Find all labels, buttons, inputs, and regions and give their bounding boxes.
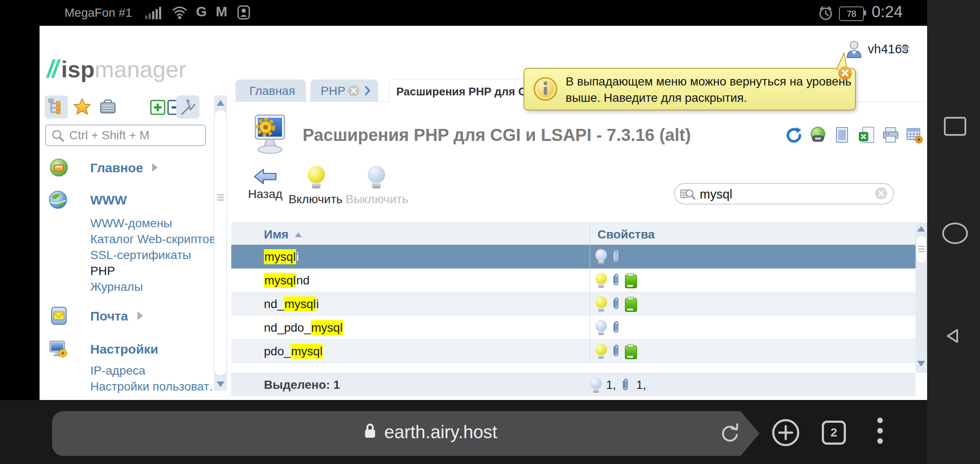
name-post: nd	[296, 274, 309, 287]
sidebar-search-input[interactable]	[68, 127, 199, 143]
sidebar-section-mail[interactable]: Почта	[90, 309, 128, 324]
sidebar-search	[45, 125, 206, 146]
name-match: mysql	[264, 249, 296, 264]
sidebar-item-logs[interactable]: Журналы	[90, 280, 143, 294]
filter-search	[674, 183, 894, 205]
enable-label: Включить	[288, 192, 343, 206]
scroll-up-icon[interactable]	[217, 100, 224, 106]
table-row-nd-pdo-mysql[interactable]: nd_pdo_mysql	[231, 316, 916, 339]
sidebar-section-www[interactable]: WWW	[90, 193, 127, 208]
carrier-label: MegaFon #1	[64, 6, 132, 20]
name-match: mysql	[284, 296, 316, 311]
name-pre: nd_pdo_	[264, 321, 311, 334]
sidebar-scroll-thumb[interactable]	[214, 110, 227, 375]
sidebar-item-ip-addresses[interactable]: IP-адреса	[90, 364, 145, 378]
mail-icon	[49, 306, 69, 326]
new-tab-button[interactable]	[772, 418, 800, 447]
bulb-on-icon	[595, 296, 607, 312]
section-label: Почта	[90, 309, 128, 323]
paperclip-icon	[611, 320, 621, 335]
thumb-grip	[217, 194, 224, 195]
thumb-grip	[918, 251, 925, 252]
scroll-down-icon[interactable]	[917, 361, 925, 366]
favorites-star-icon[interactable]	[73, 98, 92, 116]
expand-plus-icon[interactable]	[150, 100, 165, 115]
browser-menu-button[interactable]	[877, 418, 883, 444]
filter-search-input[interactable]	[699, 186, 860, 203]
battery-icon: 78	[839, 6, 864, 21]
tab-label: PHP	[321, 84, 346, 98]
user-menu[interactable]: vh4163	[845, 39, 923, 63]
tooltip-text-line2: выше. Наведите для раскрытия.	[566, 91, 747, 105]
bulb-off-icon	[590, 378, 602, 393]
package-icon	[625, 345, 637, 359]
paperclip-icon	[611, 273, 621, 287]
print-icon[interactable]	[882, 126, 900, 144]
sidebar-section-settings[interactable]: Настройки	[90, 342, 158, 357]
tab-home[interactable]: Главная	[236, 79, 306, 102]
scroll-up-icon[interactable]	[917, 226, 925, 232]
back-nav-button[interactable]	[944, 328, 962, 344]
count-enabled: 1,	[606, 373, 616, 397]
tab-switcher-button[interactable]: 2	[822, 421, 846, 445]
table-row-mysqli[interactable]: mysqli	[231, 245, 916, 269]
paperclip-icon	[611, 344, 621, 358]
tab-chevron-icon[interactable]	[364, 86, 371, 95]
close-icon	[838, 66, 852, 80]
lock-icon	[364, 423, 377, 439]
table-settings-icon[interactable]	[905, 126, 923, 144]
export-excel-icon[interactable]	[858, 126, 876, 144]
sidebar-item-web-scripts[interactable]: Каталог Web-скриптов	[90, 232, 216, 246]
scroll-down-icon[interactable]	[217, 382, 224, 387]
tab-label: Главная	[249, 84, 295, 98]
g-network-icon: G	[196, 4, 207, 20]
logo-text-bold: isp	[61, 56, 95, 82]
tooltip-close-button[interactable]	[838, 66, 852, 80]
back-button[interactable]: Назад	[241, 168, 290, 205]
thumb-grip	[918, 246, 925, 247]
refresh-icon[interactable]	[785, 126, 803, 144]
selected-count-label: Выделено: 1	[264, 373, 340, 397]
tab-php[interactable]: PHP	[310, 79, 378, 102]
menu-dots-icon	[877, 438, 883, 444]
sidebar-section-glavnoe[interactable]: Главное	[90, 161, 143, 175]
sidebar-item-php[interactable]: PHP	[90, 264, 115, 278]
home-globe-icon	[49, 158, 69, 177]
copy-report-icon[interactable]	[833, 126, 851, 144]
column-header-name[interactable]: Имя	[264, 228, 288, 241]
recents-button[interactable]	[944, 117, 966, 136]
php-extensions-icon	[252, 113, 291, 157]
tasks-briefcase-icon[interactable]	[98, 98, 117, 116]
disable-button[interactable]: Выключить	[346, 166, 406, 205]
clear-search-icon[interactable]	[875, 187, 887, 199]
name-match: mysql	[264, 273, 296, 288]
home-button[interactable]	[942, 223, 968, 244]
table-search-icon	[680, 187, 695, 201]
status-bar: MegaFon #1 G M 78 0:24	[0, 0, 927, 26]
bulb-off-icon	[595, 249, 607, 265]
reload-icon[interactable]	[719, 422, 741, 444]
table-row-mysqlnd[interactable]: mysqlnd	[231, 269, 916, 292]
link-globe-icon[interactable]	[809, 126, 827, 144]
bulb-on-icon	[595, 344, 607, 359]
tab-php-extensions[interactable]: Расширения PHP для CGI и ..	[389, 79, 533, 102]
paperclip-icon	[611, 249, 621, 264]
settings-monitor-icon	[48, 339, 68, 359]
page-title: Расширения PHP для CGI и LSAPI - 7.3.16 …	[303, 125, 691, 145]
tab-count: 2	[830, 426, 837, 440]
table-row-nd-mysqli[interactable]: nd_mysqli	[231, 292, 916, 316]
enable-button[interactable]: Включить	[288, 166, 343, 205]
pin-icon[interactable]	[178, 97, 197, 116]
tab-close-icon[interactable]	[348, 85, 359, 96]
table-row-pdo-mysql[interactable]: pdo_mysql	[231, 339, 916, 363]
sidebar-item-ssl[interactable]: SSL-сертификаты	[90, 248, 191, 262]
name-match: mysql	[311, 320, 343, 335]
battery-percent: 78	[847, 9, 856, 19]
sidebar-item-user-settings[interactable]: Настройки пользоват…	[90, 380, 221, 394]
sidebar-item-www-domains[interactable]: WWW-домены	[90, 217, 172, 230]
section-label: WWW	[90, 193, 127, 207]
column-header-props[interactable]: Свойства	[597, 228, 655, 241]
wifi-icon	[171, 6, 188, 20]
tree-view-icon[interactable]	[47, 98, 66, 116]
disable-label: Выключить	[346, 192, 406, 206]
